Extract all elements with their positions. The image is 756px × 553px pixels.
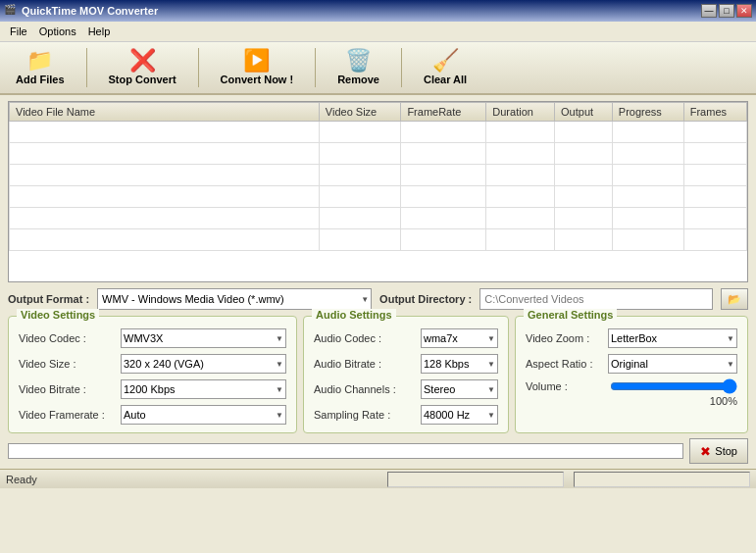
menu-options[interactable]: Options (33, 24, 82, 39)
table-row (10, 122, 747, 143)
status-bar: Ready (0, 469, 756, 488)
video-bitrate-label: Video Bitrate : (19, 383, 117, 395)
audio-codec-row: Audio Codec : wma7xmp3aac (314, 328, 498, 348)
sampling-rate-select[interactable]: 48000 Hz44100 Hz22050 Hz (421, 405, 498, 425)
aspect-ratio-wrapper: Original4:316:9 (608, 354, 737, 374)
clear-all-button[interactable]: 🧹 Clear All (416, 46, 475, 89)
audio-channels-row: Audio Channels : StereoMono (314, 379, 498, 399)
video-bitrate-wrapper: 1200 Kbps800 Kbps2000 Kbps (121, 379, 286, 399)
add-files-label: Add Files (16, 74, 65, 85)
add-files-button[interactable]: 📁 Add Files (8, 46, 73, 89)
status-text: Ready (6, 474, 378, 485)
app-icon: 🎬 (4, 4, 18, 18)
file-table: Video File Name Video Size FrameRate Dur… (9, 102, 747, 251)
video-codec-row: Video Codec : WMV3XWMV2WMV1 (19, 328, 286, 348)
minimize-button[interactable]: — (701, 4, 717, 18)
stop-icon: ✖ (700, 444, 711, 459)
general-settings-legend: General Settings (524, 309, 617, 321)
window-title: QuickTime MOV Converter (22, 5, 701, 17)
video-codec-label: Video Codec : (19, 332, 117, 344)
output-directory-input[interactable] (479, 288, 713, 310)
video-size-label: Video Size : (19, 358, 117, 370)
file-table-container: Video File Name Video Size FrameRate Dur… (8, 101, 748, 282)
table-row (10, 229, 747, 251)
video-zoom-select[interactable]: LetterBoxStretchCrop (608, 328, 737, 348)
audio-bitrate-wrapper: 128 Kbps64 Kbps192 Kbps256 Kbps (421, 354, 498, 374)
audio-codec-wrapper: wma7xmp3aac (421, 328, 498, 348)
video-settings-panel: Video Settings Video Codec : WMV3XWMV2WM… (8, 316, 297, 433)
remove-button[interactable]: 🗑️ Remove (329, 46, 387, 89)
menu-file[interactable]: File (4, 24, 33, 39)
separator-1 (86, 48, 87, 87)
progress-row: ✖ Stop (0, 433, 756, 469)
video-framerate-select[interactable]: Auto15242530 (121, 405, 286, 425)
video-size-select[interactable]: 320 x 240 (VGA)640 x 4801280 x 720 (121, 354, 286, 374)
stop-button[interactable]: ✖ Stop (689, 438, 748, 464)
col-duration: Duration (486, 103, 555, 122)
audio-channels-wrapper: StereoMono (421, 379, 498, 399)
stop-convert-icon: ❌ (129, 50, 156, 72)
browse-button[interactable]: 📂 (721, 288, 748, 310)
video-codec-select[interactable]: WMV3XWMV2WMV1 (121, 328, 286, 348)
volume-row: Volume : (526, 379, 737, 393)
status-pane-2 (574, 472, 750, 487)
table-row (10, 208, 747, 229)
col-progress: Progress (612, 103, 683, 122)
separator-2 (198, 48, 199, 87)
toolbar: 📁 Add Files ❌ Stop Convert ▶️ Convert No… (0, 42, 756, 95)
add-files-icon: 📁 (26, 50, 53, 72)
col-output: Output (555, 103, 613, 122)
col-frames: Frames (683, 103, 746, 122)
panels-row: Video Settings Video Codec : WMV3XWMV2WM… (8, 316, 748, 433)
output-format-row: Output Format : WMV - Windows Media Vide… (8, 288, 748, 310)
window-controls: — □ ✕ (701, 4, 752, 18)
video-settings-legend: Video Settings (17, 309, 99, 321)
table-row (10, 143, 747, 165)
volume-label: Volume : (526, 380, 604, 392)
aspect-ratio-select[interactable]: Original4:316:9 (608, 354, 737, 374)
stop-label: Stop (715, 445, 737, 457)
col-video-file-name: Video File Name (10, 103, 320, 122)
audio-codec-select[interactable]: wma7xmp3aac (421, 328, 498, 348)
close-button[interactable]: ✕ (736, 4, 752, 18)
volume-pct-row: 100% (526, 395, 737, 407)
video-bitrate-select[interactable]: 1200 Kbps800 Kbps2000 Kbps (121, 379, 286, 399)
audio-channels-select[interactable]: StereoMono (421, 379, 498, 399)
stop-convert-button[interactable]: ❌ Stop Convert (101, 46, 184, 89)
output-format-label: Output Format : (8, 293, 89, 305)
video-codec-wrapper: WMV3XWMV2WMV1 (121, 328, 286, 348)
output-directory-label: Output Directory : (379, 293, 472, 305)
clear-all-label: Clear All (424, 74, 467, 85)
remove-icon: 🗑️ (345, 50, 372, 72)
stop-convert-label: Stop Convert (109, 74, 176, 85)
menu-help[interactable]: Help (82, 24, 117, 39)
output-format-select[interactable]: WMV - Windows Media Video (*.wmv) MP4 - … (97, 288, 372, 310)
audio-settings-panel: Audio Settings Audio Codec : wma7xmp3aac… (303, 316, 509, 433)
audio-bitrate-row: Audio Bitrate : 128 Kbps64 Kbps192 Kbps2… (314, 354, 498, 374)
clear-all-icon: 🧹 (432, 50, 459, 72)
convert-now-button[interactable]: ▶️ Convert Now ! (213, 46, 302, 89)
audio-settings-legend: Audio Settings (312, 309, 396, 321)
convert-now-icon: ▶️ (243, 50, 270, 72)
settings-area: Output Format : WMV - Windows Media Vide… (0, 288, 756, 433)
separator-4 (401, 48, 402, 87)
audio-bitrate-label: Audio Bitrate : (314, 358, 417, 370)
video-zoom-label: Video Zoom : (526, 332, 604, 344)
video-zoom-row: Video Zoom : LetterBoxStretchCrop (526, 328, 737, 348)
progress-bar-container (8, 443, 683, 459)
aspect-ratio-row: Aspect Ratio : Original4:316:9 (526, 354, 737, 374)
video-framerate-label: Video Framerate : (19, 409, 117, 421)
table-row (10, 186, 747, 208)
video-framerate-row: Video Framerate : Auto15242530 (19, 405, 286, 425)
convert-now-label: Convert Now ! (221, 74, 294, 85)
audio-bitrate-select[interactable]: 128 Kbps64 Kbps192 Kbps256 Kbps (421, 354, 498, 374)
maximize-button[interactable]: □ (719, 4, 734, 18)
video-framerate-wrapper: Auto15242530 (121, 405, 286, 425)
col-video-size: Video Size (319, 103, 401, 122)
general-settings-panel: General Settings Video Zoom : LetterBoxS… (515, 316, 748, 433)
volume-percent: 100% (710, 395, 737, 407)
video-zoom-wrapper: LetterBoxStretchCrop (608, 328, 737, 348)
status-pane-1 (387, 472, 564, 487)
title-bar: 🎬 QuickTime MOV Converter — □ ✕ (0, 0, 756, 22)
volume-slider[interactable] (610, 379, 737, 393)
